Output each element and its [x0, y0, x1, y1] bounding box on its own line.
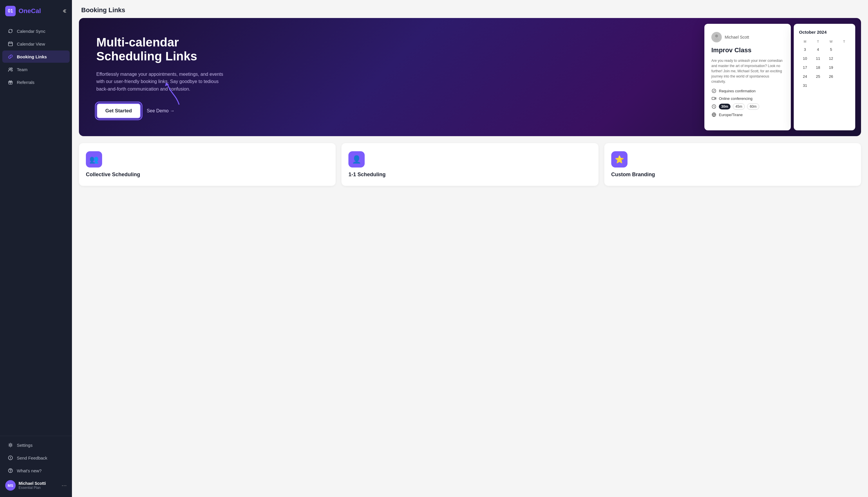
collective-icon-wrap: 👥	[86, 151, 102, 168]
custom-branding-icon-wrap: ⭐	[611, 151, 628, 168]
logo-icon: 01	[5, 6, 16, 16]
duration-option-60[interactable]: 60m	[747, 103, 759, 110]
cal-day-26[interactable]: 26	[825, 73, 837, 81]
feature-title-custom-branding: Custom Branding	[611, 172, 854, 178]
calendar-grid: M T W T 3 4 5 10 11 12 17 18 19 24	[799, 39, 850, 89]
cal-day-18[interactable]: 18	[812, 63, 824, 71]
user-info: Michael Scotti Essential Plan	[18, 481, 59, 490]
video-icon	[711, 96, 717, 101]
preview-description: Are you ready to unleash your inner come…	[711, 58, 784, 84]
globe-icon	[711, 112, 717, 117]
cal-day-10[interactable]: 10	[799, 55, 811, 62]
cal-day-empty4	[838, 73, 850, 81]
sidebar-item-label: Referrals	[17, 80, 34, 85]
sidebar-item-calendar-view[interactable]: Calendar View	[2, 38, 70, 50]
user-plan: Essential Plan	[18, 486, 59, 490]
preview-event-title: Improv Class	[711, 46, 784, 54]
cal-header-m: M	[799, 39, 811, 44]
sidebar-item-label: Settings	[17, 443, 32, 448]
sidebar-item-settings[interactable]: Settings	[2, 439, 70, 451]
collective-icon: 👥	[89, 155, 99, 164]
cal-day-24[interactable]: 24	[799, 73, 811, 81]
cal-day-empty3	[838, 63, 850, 71]
cal-header-t1: T	[812, 39, 824, 44]
calendar-icon	[8, 41, 13, 47]
user-row[interactable]: MS Michael Scotti Essential Plan ⋯	[0, 477, 72, 494]
online-conferencing-label: Online conferencing	[719, 96, 752, 101]
calendar-month: October 2024	[799, 30, 850, 34]
avatar: MS	[5, 480, 16, 491]
user-name: Michael Scotti	[18, 481, 59, 486]
cal-day-4[interactable]: 4	[812, 46, 824, 53]
see-demo-button[interactable]: See Demo →	[147, 108, 175, 114]
logo-area: 01 OneCal	[0, 0, 72, 22]
cal-day-11[interactable]: 11	[812, 55, 824, 62]
svg-rect-0	[9, 42, 13, 46]
cal-day-3[interactable]: 3	[799, 46, 811, 53]
sidebar-item-label: Calendar Sync	[17, 29, 45, 34]
hero-preview-area: Michael Scott Improv Class Are you ready…	[704, 18, 861, 136]
hero-banner: Multi-calendar Scheduling Links Effortle…	[79, 18, 861, 136]
sidebar: 01 OneCal Calendar Sync Calendar View	[0, 0, 72, 497]
sidebar-item-send-feedback[interactable]: Send Feedback	[2, 452, 70, 464]
svg-point-10	[715, 34, 718, 38]
sidebar-item-label: What's new?	[17, 468, 42, 473]
page-title: Booking Links	[72, 0, 868, 18]
gift-icon	[8, 79, 13, 85]
preview-user-row: Michael Scott	[711, 32, 784, 42]
cal-day-19[interactable]: 19	[825, 63, 837, 71]
help-icon	[8, 468, 13, 473]
sidebar-item-referrals[interactable]: Referrals	[2, 76, 70, 88]
preview-username: Michael Scott	[725, 35, 749, 40]
logo-text: OneCal	[18, 7, 41, 15]
cal-day-empty2	[838, 55, 850, 62]
feature-card-collective: 👥 Collective Scheduling	[79, 143, 336, 186]
feedback-icon	[8, 455, 13, 461]
svg-rect-13	[712, 97, 715, 100]
link-icon	[8, 54, 13, 59]
sidebar-item-booking-links[interactable]: Booking Links	[2, 51, 70, 63]
confirmation-icon	[711, 88, 717, 94]
svg-point-7	[10, 459, 11, 459]
sidebar-item-label: Team	[17, 67, 28, 72]
preview-meta: Requires confirmation Online conferencin…	[711, 88, 784, 117]
cal-day-empty1	[838, 46, 850, 53]
sidebar-item-label: Send Feedback	[17, 455, 47, 460]
nav-items: Calendar Sync Calendar View Booking Link…	[0, 22, 72, 436]
annotation-arrow	[162, 78, 185, 107]
main-content: Booking Links Multi-calendar Scheduling …	[72, 0, 868, 497]
cal-day-5[interactable]: 5	[825, 46, 837, 53]
cal-header-w: W	[825, 39, 837, 44]
feature-card-custom-branding: ⭐ Custom Branding	[604, 143, 861, 186]
svg-point-1	[9, 68, 11, 70]
cal-day-31[interactable]: 31	[799, 82, 811, 89]
duration-selected[interactable]: 30m	[719, 104, 731, 110]
duration-item: 30m 45m 60m	[711, 103, 784, 110]
user-menu-button[interactable]: ⋯	[61, 482, 67, 488]
sidebar-item-whats-new[interactable]: What's new?	[2, 465, 70, 477]
duration-option-45[interactable]: 45m	[733, 103, 745, 110]
timezone-label: Europe/Tirane	[719, 113, 743, 117]
sidebar-item-label: Booking Links	[17, 54, 47, 59]
timezone-item: Europe/Tirane	[711, 112, 784, 117]
get-started-button[interactable]: Get Started	[96, 103, 141, 119]
cal-day-17[interactable]: 17	[799, 63, 811, 71]
one-on-one-icon: 👤	[352, 155, 361, 164]
cal-day-12[interactable]: 12	[825, 55, 837, 62]
sidebar-collapse-button[interactable]	[61, 9, 67, 14]
requires-confirmation-label: Requires confirmation	[719, 89, 755, 93]
booking-preview-card: Michael Scott Improv Class Are you ready…	[704, 24, 791, 130]
sidebar-item-label: Calendar View	[17, 42, 45, 46]
svg-point-5	[10, 444, 11, 446]
requires-confirmation-item: Requires confirmation	[711, 88, 784, 94]
sidebar-item-calendar-sync[interactable]: Calendar Sync	[2, 25, 70, 37]
team-icon	[8, 67, 13, 72]
sidebar-item-team[interactable]: Team	[2, 63, 70, 75]
one-on-one-icon-wrap: 👤	[349, 151, 365, 168]
svg-point-11	[714, 38, 719, 41]
features-row: 👥 Collective Scheduling 👤 1-1 Scheduling…	[72, 143, 868, 193]
preview-avatar	[711, 32, 722, 42]
cal-day-25[interactable]: 25	[812, 73, 824, 81]
feature-title-collective: Collective Scheduling	[86, 172, 329, 178]
feature-title-one-on-one: 1-1 Scheduling	[349, 172, 591, 178]
